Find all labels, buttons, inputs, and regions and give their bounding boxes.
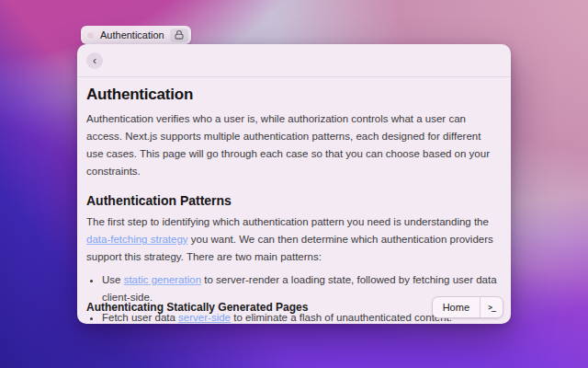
- browser-tab-pill[interactable]: Authentication: [81, 26, 191, 44]
- home-button[interactable]: Home: [433, 297, 480, 317]
- patterns-paragraph: The first step to identifying which auth…: [86, 213, 501, 266]
- chevron-left-icon: ‹: [93, 55, 96, 66]
- terminal-button[interactable]: >_: [481, 297, 503, 317]
- footer-button-group: Home >_: [432, 296, 503, 318]
- patterns-heading: Authentication Patterns: [86, 193, 501, 208]
- site-favicon: [86, 31, 95, 40]
- next-section-heading: Authenticating Statically Generated Page…: [86, 301, 308, 314]
- page-title: Authentication: [86, 86, 501, 104]
- window-footer: Authenticating Statically Generated Page…: [77, 291, 511, 324]
- lock-icon: [170, 29, 188, 42]
- terminal-icon: >_: [488, 304, 495, 312]
- patterns-text-before: The first step to identifying which auth…: [86, 216, 489, 227]
- intro-paragraph: Authentication verifies who a user is, w…: [86, 110, 501, 180]
- window-header: ‹: [77, 44, 511, 77]
- data-fetching-strategy-link[interactable]: data-fetching strategy: [86, 234, 188, 245]
- tab-title: Authentication: [100, 29, 164, 40]
- docs-window: ‹ Authentication Authentication verifies…: [77, 44, 511, 324]
- bullet-text-before: Use: [102, 274, 124, 285]
- article-content: Authentication Authentication verifies w…: [77, 77, 511, 324]
- back-button[interactable]: ‹: [86, 52, 103, 69]
- static-generation-link[interactable]: static generation: [124, 274, 201, 285]
